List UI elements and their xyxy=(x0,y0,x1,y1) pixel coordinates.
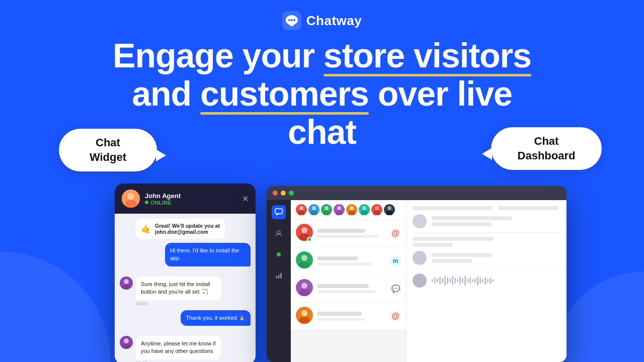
user-bubble-1: Hi there, I'd like to install the app xyxy=(165,243,251,266)
agent-info: John Agent ONLINE xyxy=(122,190,181,208)
waveform-row xyxy=(413,274,560,288)
waveform-bar-18 xyxy=(474,278,476,283)
svg-point-13 xyxy=(122,344,130,349)
chat-widget-label: ChatWidget xyxy=(90,136,126,163)
right-avatar-3 xyxy=(413,274,427,288)
waveform-bar-1 xyxy=(432,279,433,282)
dashboard-right-panel xyxy=(407,200,567,362)
right-row-1 xyxy=(413,206,560,210)
dashboard-mockup: @ m 💬 xyxy=(267,186,567,362)
right-row-4 xyxy=(413,251,560,265)
waveform-bar-21 xyxy=(482,279,484,283)
message-emoji: 🤙 xyxy=(141,224,151,234)
conv-info-4 xyxy=(317,312,386,321)
svg-point-50 xyxy=(301,283,307,289)
conversation-list: @ m 💬 xyxy=(291,200,407,362)
right-avatar-2 xyxy=(413,251,427,265)
sidebar-icon-green-dot xyxy=(272,247,286,261)
svg-point-51 xyxy=(299,289,310,296)
placeholder-3 xyxy=(432,216,512,220)
conv-name-3 xyxy=(317,284,369,288)
dashboard-body: @ m 💬 xyxy=(267,200,567,362)
conv-badge-2: m xyxy=(390,255,401,266)
waveform-bar-25 xyxy=(492,279,494,282)
waveform-bar-14 xyxy=(464,276,466,286)
conv-badge-4: @ xyxy=(390,311,401,322)
conv-name-1 xyxy=(317,229,365,233)
svg-point-35 xyxy=(362,206,366,210)
placeholder-4 xyxy=(432,222,492,226)
svg-point-38 xyxy=(375,206,379,210)
conv-badge-3: 💬 xyxy=(390,283,401,294)
placeholder-2 xyxy=(498,206,558,210)
agent-message-col-1: Sure thing, just hit the install button … xyxy=(136,277,221,306)
chat-dashboard-label: ChatDashboard xyxy=(518,135,576,162)
agent-message-col-2: Anytime, please let me know if you have … xyxy=(136,336,221,362)
right-avatar-1 xyxy=(413,214,427,228)
conversation-item-4[interactable]: @ xyxy=(291,303,406,330)
sidebar-icon-stats[interactable] xyxy=(272,268,286,283)
svg-point-6 xyxy=(127,193,134,200)
user-time-1: 10:15 xyxy=(165,267,251,273)
close-dot xyxy=(273,191,278,196)
online-dot-1 xyxy=(307,237,312,242)
user-message-2: Thank you, it worked 🙏 10:15 xyxy=(120,310,251,332)
waveform-bar-6 xyxy=(444,276,446,286)
right-text-group-1 xyxy=(432,216,512,226)
conv-info-2 xyxy=(317,256,386,265)
waveform-bar-20 xyxy=(479,278,481,284)
headline-text: Engage your store visitors and customers… xyxy=(96,36,548,151)
close-icon[interactable]: ✕ xyxy=(242,194,249,204)
widget-header: John Agent ONLINE ✕ xyxy=(115,184,256,214)
dashboard-titlebar xyxy=(267,186,567,200)
svg-point-2 xyxy=(288,19,290,21)
waveform-bar-11 xyxy=(457,279,458,282)
conversation-item-3[interactable]: 💬 xyxy=(291,275,406,303)
sidebar-icon-chat[interactable] xyxy=(272,205,286,219)
agent-time-1: 10:15 xyxy=(136,301,221,306)
conversation-item-1[interactable]: @ xyxy=(291,220,406,247)
chat-widget-mockup: John Agent ONLINE ✕ 🤙 Great! We'll updat… xyxy=(115,184,256,362)
agent-name-status: John Agent ONLINE xyxy=(145,192,181,206)
user-message-col-2: Thank you, it worked 🙏 10:15 xyxy=(181,310,251,332)
svg-point-15 xyxy=(277,231,280,234)
top-avatars-row xyxy=(291,200,406,220)
conv-badge-1: @ xyxy=(390,228,401,239)
waveform-bar-15 xyxy=(467,279,468,283)
svg-rect-18 xyxy=(280,273,282,279)
message-text: Great! We'll update you at xyxy=(155,223,220,229)
waveform-bar-10 xyxy=(454,278,456,284)
conv-avatar-wrap-1 xyxy=(296,224,313,243)
waveform-bar-9 xyxy=(452,276,453,285)
agent-bubble-2: Anytime, please let me know if you have … xyxy=(136,336,221,359)
sidebar-icon-users[interactable] xyxy=(272,226,286,240)
waveform-bar-3 xyxy=(437,279,438,283)
waveform-bar-23 xyxy=(487,279,489,283)
conversation-item-2[interactable]: m xyxy=(291,247,406,275)
status-dot xyxy=(145,201,148,204)
headline-underline-2: customers xyxy=(200,74,369,113)
waveform-bar-24 xyxy=(490,278,491,284)
conv-preview-4 xyxy=(317,318,365,321)
placeholder-5 xyxy=(413,237,493,241)
conv-avatar-wrap-4 xyxy=(296,307,313,326)
svg-point-48 xyxy=(299,261,310,268)
placeholder-1 xyxy=(413,206,493,210)
svg-point-41 xyxy=(387,206,391,210)
conv-avatar-wrap-3 xyxy=(296,279,313,298)
status-text: ONLINE xyxy=(150,200,172,206)
first-message-content: Great! We'll update you at john.doe@gmai… xyxy=(155,223,220,235)
waveform-bar-22 xyxy=(485,277,486,285)
agent-avatar-3 xyxy=(120,336,133,349)
chat-dashboard-bubble: ChatDashboard xyxy=(491,127,602,170)
svg-point-7 xyxy=(125,200,136,208)
waveform-bar-4 xyxy=(439,277,441,285)
dashboard-sidebar xyxy=(267,200,291,362)
agent-message-2: Anytime, please let me know if you have … xyxy=(120,336,251,362)
waveform-bar-13 xyxy=(462,278,463,283)
svg-point-23 xyxy=(312,206,316,210)
waveform-bar-5 xyxy=(442,278,443,283)
logo-bar: Chatway xyxy=(282,11,362,30)
headline-underline-1: store visitors xyxy=(324,36,531,74)
agent-status: ONLINE xyxy=(145,200,181,206)
